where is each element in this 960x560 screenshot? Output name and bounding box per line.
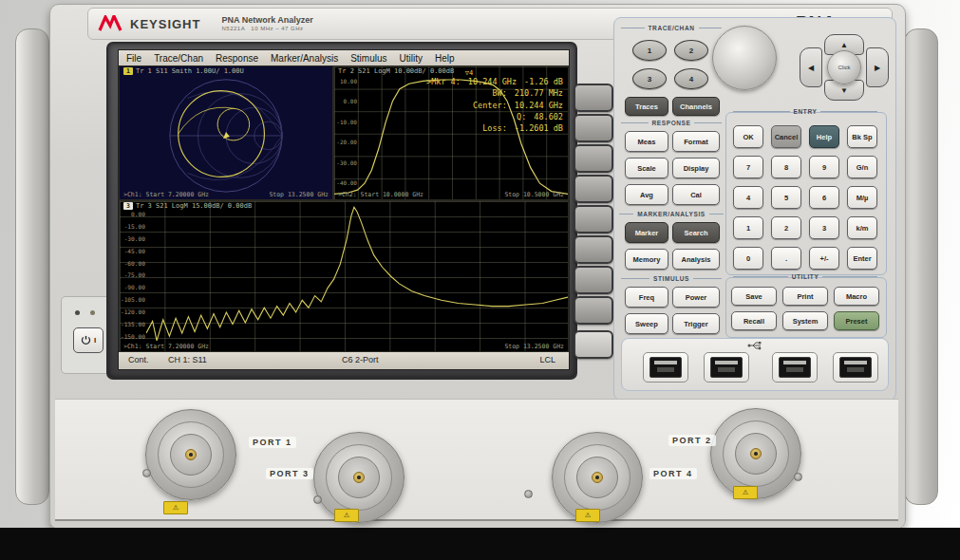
scale-button[interactable]: Scale: [625, 158, 668, 178]
menu-file[interactable]: File: [126, 53, 141, 64]
save-button[interactable]: Save: [731, 287, 777, 306]
frequency-range: 10 MHz – 47 GHz: [251, 26, 303, 31]
analysis-button[interactable]: Analysis: [672, 249, 720, 270]
softkey-button-9[interactable]: [574, 330, 613, 359]
menu-help[interactable]: Help: [435, 53, 455, 64]
trace-3-button[interactable]: 3: [632, 68, 667, 89]
click-button[interactable]: Click: [827, 50, 861, 84]
key-5[interactable]: 5: [771, 186, 801, 209]
filter-start-freq: >Ch1: Start 7.20000 GHz: [123, 343, 209, 350]
format-button[interactable]: Format: [672, 131, 720, 152]
key-9[interactable]: 9: [809, 156, 839, 178]
ok-button[interactable]: OK: [733, 125, 763, 148]
status-lcl: LCL: [539, 355, 555, 364]
menu-trace-chan[interactable]: Trace/Chan: [154, 53, 203, 64]
entry-section-label: ENTRY: [733, 108, 877, 115]
key-4[interactable]: 4: [733, 186, 763, 209]
key-7[interactable]: 7: [733, 156, 763, 178]
arrow-left-button[interactable]: ◀: [800, 47, 822, 87]
usb-socket: [649, 357, 682, 378]
softkey-button-2[interactable]: [574, 114, 613, 142]
stimulus-section-label: STIMULUS: [621, 275, 722, 282]
key-1[interactable]: 1: [733, 216, 763, 239]
key-6[interactable]: 6: [809, 186, 839, 209]
menu-marker-analysis[interactable]: Marker/Analysis: [271, 53, 338, 64]
menu-stimulus[interactable]: Stimulus: [350, 53, 386, 64]
key-kilo-milli[interactable]: k/m: [847, 216, 877, 239]
macro-button[interactable]: Macro: [834, 287, 879, 306]
avg-button[interactable]: Avg: [625, 184, 668, 205]
key-mega-micro[interactable]: M/µ: [847, 186, 877, 209]
softkey-button-8[interactable]: [574, 296, 613, 325]
trace-2-button[interactable]: 2: [674, 40, 708, 61]
softkey-button-3[interactable]: [574, 144, 613, 173]
arrow-right-button[interactable]: ▶: [866, 47, 889, 87]
softkey-button-4[interactable]: [574, 175, 613, 203]
status-channel: CH 1: S11: [168, 355, 207, 364]
search-button[interactable]: Search: [672, 222, 720, 243]
meas-button[interactable]: Meas: [625, 131, 668, 152]
softkey-button-7[interactable]: [574, 266, 613, 294]
filter-stop-freq: Stop 13.2500 GHz: [504, 343, 564, 350]
model-number: N5221A: [221, 26, 244, 31]
enter-button[interactable]: Enter: [847, 247, 877, 270]
traces-button[interactable]: Traces: [625, 97, 668, 116]
system-button[interactable]: System: [782, 311, 828, 330]
menu-response[interactable]: Response: [216, 53, 258, 64]
port1-connector[interactable]: [145, 409, 236, 500]
cancel-button[interactable]: Cancel: [771, 125, 801, 148]
lcd-screen: File Trace/Chan Response Marker/Analysis…: [118, 49, 570, 370]
sweep-button[interactable]: Sweep: [625, 313, 668, 334]
key-plus-minus[interactable]: +/-: [809, 247, 839, 270]
power-button[interactable]: I: [73, 327, 104, 353]
bottom-shadow: [0, 528, 960, 560]
preset-button[interactable]: Preset: [834, 311, 879, 330]
usb-port-2[interactable]: [704, 352, 749, 383]
softkey-button-5[interactable]: [574, 205, 613, 233]
gain-y-axis: 10.000.00 -10.00-20.00 -30.00-40.00: [336, 78, 357, 186]
key-0[interactable]: 0: [733, 247, 763, 270]
product-name: PNA Network Analyzer: [221, 16, 312, 26]
usb-socket: [839, 357, 872, 378]
backspace-button[interactable]: Bk Sp: [847, 125, 877, 148]
cal-button[interactable]: Cal: [672, 184, 720, 205]
memory-button[interactable]: Memory: [625, 249, 668, 270]
marker-button[interactable]: Marker: [625, 222, 668, 243]
nav-cluster: ▲ ▼ ◀ ▶ Click: [796, 21, 891, 112]
keysight-logo-icon: [98, 15, 122, 32]
softkey-button-1[interactable]: [574, 84, 613, 112]
display-button[interactable]: Display: [672, 158, 720, 178]
usb-port-4[interactable]: [833, 352, 878, 383]
arrow-up-icon: ▲: [840, 41, 848, 49]
print-button[interactable]: Print: [782, 287, 828, 306]
menu-utility[interactable]: Utility: [400, 53, 423, 64]
port3-connector[interactable]: [313, 432, 405, 523]
power-stim-button[interactable]: Power: [672, 287, 720, 308]
menu-bar: File Trace/Chan Response Marker/Analysis…: [119, 50, 569, 65]
screw: [142, 469, 151, 477]
brand-name: KEYSIGHT: [130, 17, 200, 31]
trace-4-button[interactable]: 4: [674, 68, 708, 89]
freq-button[interactable]: Freq: [625, 287, 668, 308]
help-button[interactable]: Help: [809, 125, 839, 148]
instrument-photo: KEYSIGHT PNA Network Analyzer N5221A 10 …: [0, 0, 960, 560]
marker-section-label: MARKER/ANALYSIS: [619, 211, 724, 217]
response-section-label: RESPONSE: [621, 120, 722, 126]
trace-1-button[interactable]: 1: [632, 40, 667, 61]
key-decimal[interactable]: .: [771, 247, 801, 270]
warning-sticker: ⚠: [163, 501, 188, 514]
key-3[interactable]: 3: [809, 216, 839, 239]
key-giga-nano[interactable]: G/n: [847, 156, 877, 178]
trigger-button[interactable]: Trigger: [672, 313, 720, 334]
channels-button[interactable]: Channels: [672, 97, 720, 116]
softkey-button-6[interactable]: [574, 235, 613, 264]
key-8[interactable]: 8: [771, 156, 801, 178]
usb-socket: [710, 357, 743, 378]
recall-button[interactable]: Recall: [731, 311, 777, 330]
warning-sticker: ⚠: [575, 509, 600, 522]
port4-label: PORT 4: [649, 468, 697, 479]
usb-port-3[interactable]: [772, 352, 818, 383]
usb-port-1[interactable]: [643, 352, 688, 383]
key-2[interactable]: 2: [771, 216, 801, 239]
rotary-knob[interactable]: [712, 26, 777, 90]
